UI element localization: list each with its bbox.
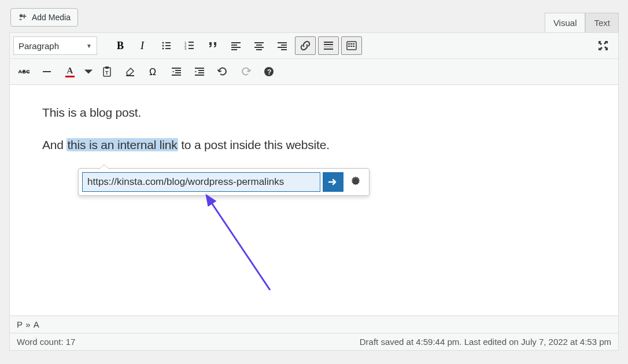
clear-formatting-button[interactable]: [120, 62, 141, 81]
help-button[interactable]: ?: [258, 62, 279, 81]
special-character-button[interactable]: Ω: [143, 62, 164, 81]
svg-rect-27: [324, 42, 333, 43]
chevron-down-icon: ▼: [86, 43, 92, 49]
horizontal-rule-button[interactable]: [36, 62, 57, 81]
align-left-button[interactable]: [226, 36, 246, 55]
top-bar: Add Media Visual Text: [0, 0, 628, 32]
svg-rect-10: [189, 42, 194, 43]
indent-button[interactable]: [189, 62, 210, 81]
tab-text[interactable]: Text: [585, 13, 619, 32]
selected-link-text[interactable]: this is an internal link: [67, 138, 178, 151]
svg-point-0: [20, 14, 23, 17]
word-count: Word count: 17: [17, 337, 75, 347]
toolbar-toggle-button[interactable]: [341, 36, 362, 55]
bullet-list-button[interactable]: [156, 36, 177, 55]
paragraph-1[interactable]: This is a blog post.: [42, 106, 586, 120]
insert-more-button[interactable]: [318, 36, 339, 55]
svg-rect-35: [348, 46, 350, 47]
svg-rect-4: [165, 42, 171, 43]
text-color-dropdown[interactable]: [83, 62, 94, 81]
svg-text:B: B: [117, 40, 124, 51]
word-count-label: Word count:: [17, 337, 66, 347]
svg-rect-41: [105, 66, 109, 69]
svg-rect-16: [231, 44, 237, 46]
toolbar-row-2: ABC A T Ω: [10, 59, 618, 84]
svg-point-3: [162, 42, 164, 44]
undo-button[interactable]: [212, 62, 233, 81]
media-icon: [18, 12, 28, 23]
svg-rect-20: [256, 44, 262, 46]
svg-rect-50: [198, 72, 204, 73]
bold-button[interactable]: B: [110, 36, 131, 55]
add-media-button[interactable]: Add Media: [10, 8, 78, 27]
link-settings-button[interactable]: [346, 172, 365, 192]
svg-rect-28: [324, 44, 333, 45]
svg-rect-48: [195, 68, 204, 69]
align-right-button[interactable]: [272, 36, 293, 55]
svg-rect-33: [350, 43, 352, 44]
toolbar: Paragraph ▼ B I 123: [9, 32, 619, 85]
svg-text:3: 3: [184, 47, 187, 50]
svg-rect-29: [324, 46, 333, 47]
svg-rect-15: [231, 42, 241, 43]
svg-rect-51: [195, 75, 204, 76]
svg-text:I: I: [140, 40, 145, 51]
element-path-bar: P » A: [9, 316, 619, 333]
format-select-value: Paragraph: [19, 41, 59, 51]
link-insert-popup: [78, 168, 370, 196]
svg-rect-25: [278, 47, 287, 48]
svg-rect-49: [198, 70, 204, 71]
svg-rect-45: [175, 70, 181, 71]
toolbar-row-1: Paragraph ▼ B I 123: [10, 33, 618, 59]
annotation-arrow: [201, 192, 282, 296]
editor-body[interactable]: This is a blog post. And this is an inte…: [9, 85, 619, 316]
paragraph-format-select[interactable]: Paragraph ▼: [13, 36, 97, 55]
editor-container: Add Media Visual Text Paragraph ▼ B I 1: [0, 0, 628, 364]
tab-visual[interactable]: Visual: [545, 13, 586, 32]
svg-rect-36: [350, 46, 352, 47]
path-separator: »: [25, 320, 31, 329]
svg-rect-19: [254, 42, 264, 43]
outdent-button[interactable]: [166, 62, 187, 81]
svg-rect-14: [189, 48, 194, 49]
text-color-swatch: [65, 76, 75, 77]
align-center-button[interactable]: [249, 36, 269, 55]
svg-rect-32: [348, 43, 350, 44]
link-url-input[interactable]: [82, 172, 320, 192]
svg-point-7: [162, 48, 164, 50]
insert-link-button[interactable]: [295, 36, 316, 55]
strikethrough-button[interactable]: ABC: [13, 62, 34, 81]
numbered-list-button[interactable]: 123: [179, 36, 200, 55]
svg-point-5: [162, 45, 164, 47]
draft-status: Draft saved at 4:59:44 pm. Last edited o…: [360, 337, 611, 347]
redo-button[interactable]: [235, 62, 256, 81]
paragraph-2[interactable]: And this is an internal link to a post i…: [42, 138, 586, 152]
svg-rect-30: [324, 49, 333, 50]
path-p[interactable]: P: [17, 320, 23, 329]
p2-before: And: [42, 138, 67, 151]
svg-text:?: ?: [267, 68, 271, 76]
svg-rect-17: [231, 47, 241, 48]
svg-text:T: T: [105, 70, 109, 76]
italic-button[interactable]: I: [133, 36, 154, 55]
svg-rect-18: [231, 49, 237, 50]
svg-rect-21: [254, 47, 264, 48]
svg-rect-23: [278, 42, 287, 43]
svg-rect-46: [175, 72, 181, 73]
svg-rect-8: [165, 48, 171, 49]
editor-mode-tabs: Visual Text: [545, 8, 628, 32]
path-a[interactable]: A: [34, 320, 40, 329]
svg-rect-6: [165, 45, 171, 46]
svg-rect-26: [281, 49, 287, 50]
blockquote-button[interactable]: [202, 36, 223, 55]
svg-rect-34: [353, 43, 354, 44]
text-color-letter: A: [67, 66, 73, 75]
apply-link-button[interactable]: [323, 172, 343, 192]
svg-rect-24: [281, 44, 287, 46]
text-color-button[interactable]: A: [60, 62, 80, 81]
svg-text:Ω: Ω: [149, 67, 156, 77]
fullscreen-button[interactable]: [593, 36, 614, 55]
paste-text-button[interactable]: T: [97, 62, 117, 81]
svg-rect-44: [172, 68, 181, 69]
add-media-label: Add Media: [32, 13, 71, 22]
